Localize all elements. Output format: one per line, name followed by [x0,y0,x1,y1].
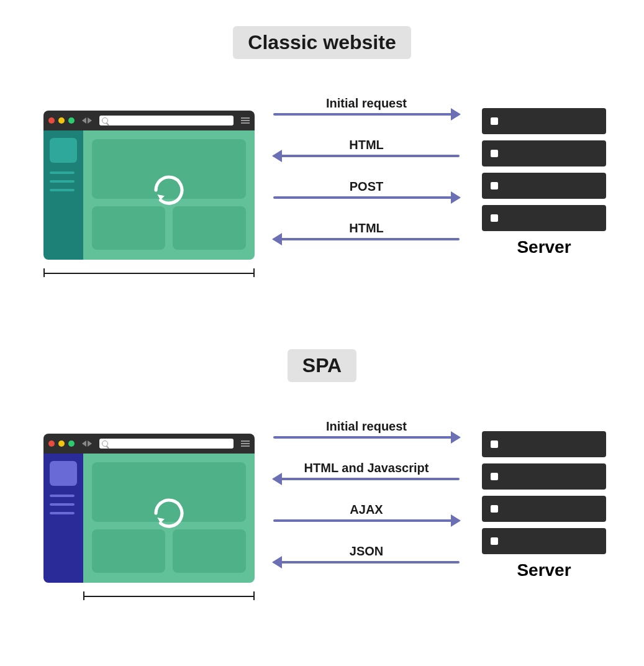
window-minimize-icon [58,440,65,447]
server-led-icon [491,473,498,480]
browser-titlebar [43,111,255,130]
range-bracket [83,591,255,600]
server-led-icon [491,505,498,513]
arrow-right-icon [273,196,460,199]
server-unit [482,496,606,522]
search-icon [102,117,108,124]
arrow-label: JSON [273,544,460,559]
window-maximize-icon [68,440,75,447]
arrow-left-icon [273,478,460,480]
range-bracket [43,268,255,277]
browser-titlebar [43,434,255,454]
reload-icon [152,496,186,531]
arrow-label: AJAX [273,503,460,517]
content-panel [173,529,246,573]
sidebar-tile [50,461,77,486]
sidebar-line [50,180,75,183]
browser-viewport [43,454,255,583]
nav-arrows-icon [82,440,92,447]
window-close-icon [48,117,55,124]
menu-icon [241,117,250,124]
server-unit [482,173,606,199]
content-panel [92,529,165,573]
server-unit [482,463,606,490]
arrow-label: HTML and Javascript [273,461,460,475]
arrow-spa-2: AJAX [273,503,460,522]
sidebar-line [50,512,75,514]
nav-arrows-icon [82,117,92,124]
menu-icon [241,440,250,447]
sidebar-line [50,503,75,506]
arrow-spa-1: HTML and Javascript [273,461,460,480]
arrow-classic-2: POST [273,180,460,199]
page-sidebar [43,454,83,583]
server-led-icon [491,537,498,545]
server-unit [482,528,606,554]
arrow-left-icon [273,155,460,157]
server-unit [482,140,606,166]
server-unit [482,108,606,134]
page-sidebar [43,130,83,260]
server-label: Server [482,560,606,580]
server-unit [482,431,606,457]
arrow-label: Initial request [273,96,460,111]
server-label: Server [482,237,606,257]
server-unit [482,205,606,231]
arrow-right-icon [273,519,460,522]
browser-mockup-classic [43,111,255,260]
content-panel [92,206,165,250]
reload-icon [152,173,186,208]
sidebar-tile [50,138,77,163]
server-led-icon [491,117,498,125]
address-bar [99,439,234,449]
page-content [83,454,255,583]
arrow-classic-3: HTML [273,221,460,240]
content-panel [173,206,246,250]
server-led-icon [491,182,498,189]
window-close-icon [48,440,55,447]
browser-mockup-spa [43,434,255,583]
server-led-icon [491,150,498,157]
browser-viewport [43,130,255,260]
section-title-spa: SPA [288,349,356,382]
server-led-icon [491,440,498,448]
arrow-right-icon [273,113,460,116]
arrow-classic-0: Initial request [273,96,460,116]
server-led-icon [491,214,498,222]
sidebar-line [50,189,75,191]
sidebar-line [50,171,75,174]
arrow-label: HTML [273,221,460,235]
arrow-classic-1: HTML [273,138,460,157]
window-maximize-icon [68,117,75,124]
address-bar [99,116,234,125]
arrow-spa-0: Initial request [273,419,460,439]
search-icon [102,440,108,447]
arrow-spa-3: JSON [273,544,460,563]
server-stack-spa: Server [482,431,606,580]
server-stack-classic: Server [482,108,606,257]
arrow-label: POST [273,180,460,194]
arrow-left-icon [273,561,460,563]
sidebar-line [50,495,75,497]
arrow-left-icon [273,238,460,240]
section-title-classic: Classic website [233,26,410,59]
arrow-label: Initial request [273,419,460,434]
arrow-label: HTML [273,138,460,152]
page-content [83,130,255,260]
window-minimize-icon [58,117,65,124]
arrow-right-icon [273,436,460,439]
